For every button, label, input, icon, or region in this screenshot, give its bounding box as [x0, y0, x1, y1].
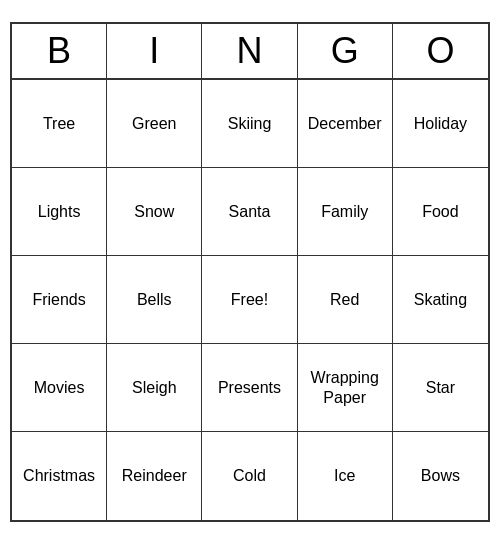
header-letter: B [12, 24, 107, 78]
header-letter: O [393, 24, 488, 78]
bingo-cell: Holiday [393, 80, 488, 168]
bingo-cell: Skating [393, 256, 488, 344]
cell-text: Friends [32, 290, 85, 309]
bingo-grid: TreeGreenSkiingDecemberHolidayLightsSnow… [12, 80, 488, 520]
cell-text: Skiing [228, 114, 272, 133]
cell-text: Skating [414, 290, 467, 309]
cell-text: Green [132, 114, 176, 133]
bingo-cell: Sleigh [107, 344, 202, 432]
bingo-cell: Free! [202, 256, 297, 344]
cell-text: Free! [231, 290, 268, 309]
bingo-cell: Red [298, 256, 393, 344]
cell-text: Movies [34, 378, 85, 397]
bingo-cell: Bells [107, 256, 202, 344]
cell-text: Wrapping Paper [302, 368, 388, 406]
cell-text: Red [330, 290, 359, 309]
bingo-cell: Family [298, 168, 393, 256]
bingo-cell: Green [107, 80, 202, 168]
header-letter: I [107, 24, 202, 78]
cell-text: December [308, 114, 382, 133]
cell-text: Sleigh [132, 378, 176, 397]
cell-text: Lights [38, 202, 81, 221]
cell-text: Christmas [23, 466, 95, 485]
cell-text: Tree [43, 114, 75, 133]
cell-text: Snow [134, 202, 174, 221]
bingo-cell: Skiing [202, 80, 297, 168]
bingo-cell: December [298, 80, 393, 168]
cell-text: Cold [233, 466, 266, 485]
bingo-cell: Tree [12, 80, 107, 168]
cell-text: Bells [137, 290, 172, 309]
bingo-cell: Movies [12, 344, 107, 432]
bingo-cell: Snow [107, 168, 202, 256]
cell-text: Family [321, 202, 368, 221]
bingo-cell: Food [393, 168, 488, 256]
bingo-cell: Ice [298, 432, 393, 520]
bingo-cell: Star [393, 344, 488, 432]
cell-text: Bows [421, 466, 460, 485]
bingo-header: BINGO [12, 24, 488, 80]
cell-text: Ice [334, 466, 355, 485]
cell-text: Santa [229, 202, 271, 221]
cell-text: Reindeer [122, 466, 187, 485]
header-letter: N [202, 24, 297, 78]
bingo-cell: Christmas [12, 432, 107, 520]
bingo-cell: Reindeer [107, 432, 202, 520]
header-letter: G [298, 24, 393, 78]
bingo-cell: Cold [202, 432, 297, 520]
bingo-cell: Friends [12, 256, 107, 344]
bingo-cell: Presents [202, 344, 297, 432]
bingo-card: BINGO TreeGreenSkiingDecemberHolidayLigh… [10, 22, 490, 522]
cell-text: Star [426, 378, 455, 397]
bingo-cell: Wrapping Paper [298, 344, 393, 432]
bingo-cell: Santa [202, 168, 297, 256]
bingo-cell: Bows [393, 432, 488, 520]
bingo-cell: Lights [12, 168, 107, 256]
cell-text: Food [422, 202, 458, 221]
cell-text: Holiday [414, 114, 467, 133]
cell-text: Presents [218, 378, 281, 397]
